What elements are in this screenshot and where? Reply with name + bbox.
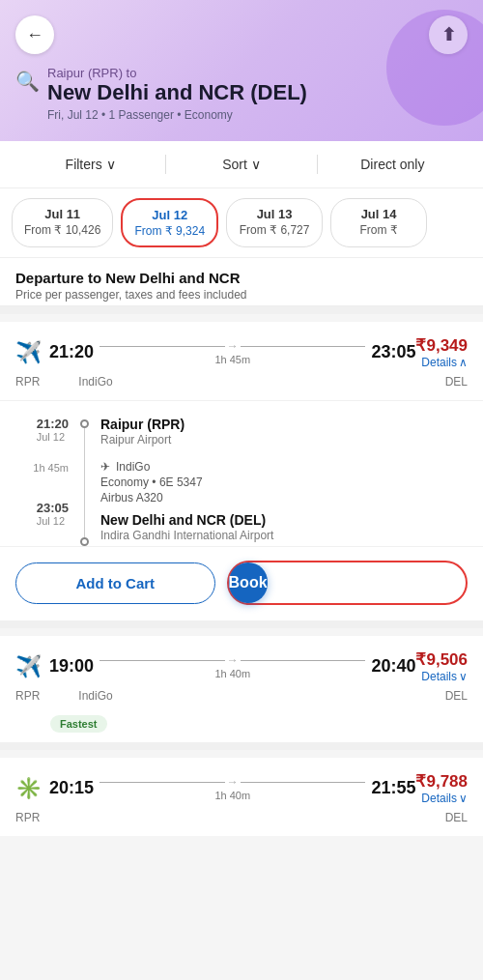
book-btn-wrap: Book: [227, 561, 468, 605]
tl-flight-info: ✈ IndiGo Economy • 6E 5347 Airbus A320: [100, 460, 468, 504]
direct-only-button[interactable]: Direct only: [318, 151, 468, 178]
details-label-3: Details: [421, 792, 457, 805]
flight-icon-2: ✈️: [15, 654, 42, 679]
details-link-3[interactable]: Details ∨: [415, 792, 468, 805]
sort-button[interactable]: Sort ∨: [166, 151, 316, 178]
tl-dep-date-val: Jul 12: [37, 431, 69, 443]
date-price-jul13: From ₹ 6,727: [239, 223, 310, 237]
add-to-cart-button[interactable]: Add to Cart: [15, 562, 215, 604]
arr-code-1: DEL: [445, 375, 468, 389]
airline-row-3: RPR DEL: [0, 809, 483, 836]
filters-button[interactable]: Filters ∨: [15, 151, 165, 178]
destination-title: New Delhi and NCR (DEL): [47, 80, 468, 105]
date-price-jul11: From ₹ 10,426: [24, 223, 100, 237]
arr-code-2: DEL: [445, 689, 468, 703]
filter-bar: Filters ∨ Sort ∨ Direct only: [0, 141, 483, 188]
flight-card-2: ✈️ 19:00 → 1h 40m 20:40 ₹9,506 Details ∨…: [0, 636, 483, 742]
tl-dep-airport: Raipur (RPR): [100, 417, 468, 432]
dep-time-3: 20:15: [49, 778, 94, 798]
duration-dash-left-3: [99, 782, 225, 783]
tl-dot-bottom: [80, 537, 89, 546]
tl-dot-top: [80, 419, 89, 428]
price-amount-2: ₹9,506: [415, 649, 468, 670]
airline-row-1: RPR IndiGo DEL: [0, 373, 483, 400]
tl-arr-date-val: Jul 12: [37, 515, 69, 527]
section-header: Departure to New Delhi and NCR Price per…: [0, 258, 483, 306]
price-col-3: ₹9,788 Details ∨: [415, 771, 468, 805]
flight-times-1: 21:20 → 1h 45m 23:05: [49, 339, 415, 365]
tl-dep-time-val: 21:20: [37, 417, 69, 431]
dep-time-1: 21:20: [49, 342, 94, 362]
filters-arrow: ∨: [106, 157, 116, 172]
date-card-jul13[interactable]: Jul 13 From ₹ 6,727: [226, 198, 323, 247]
header-section: ← ⬆ 🔍 Raipur (RPR) to New Delhi and NCR …: [0, 0, 483, 141]
tl-dep-time: 21:20 Jul 12: [37, 417, 69, 443]
date-card-jul11[interactable]: Jul 11 From ₹ 10,426: [12, 198, 113, 247]
tl-arr-time-wrap: 23:05 Jul 12: [37, 501, 69, 527]
trip-meta: Fri, Jul 12 • 1 Passenger • Economy: [47, 108, 468, 122]
price-col-1: ₹9,349 Details ∧: [415, 335, 468, 369]
flight-times-2: 19:00 → 1h 40m 20:40: [49, 653, 415, 679]
direct-only-label: Direct only: [360, 157, 424, 172]
tl-arr-airport: New Delhi and NCR (DEL): [100, 512, 468, 528]
timeline-times: 21:20 Jul 12 1h 45m 23:05 Jul 12: [15, 417, 69, 546]
separator-3: [0, 742, 483, 750]
dep-time-2: 19:00: [49, 656, 94, 677]
airline-name-2: IndiGo: [78, 689, 440, 703]
flight-row-3: ✳️ 20:15 → 1h 40m 21:55 ₹9,788 Details ∨: [0, 758, 483, 809]
search-row: 🔍 Raipur (RPR) to New Delhi and NCR (DEL…: [15, 66, 468, 122]
flight-row-2: ✈️ 19:00 → 1h 40m 20:40 ₹9,506 Details ∨: [0, 636, 483, 687]
duration-arrow-2: →: [227, 653, 239, 667]
details-link-1[interactable]: Details ∧: [415, 356, 468, 369]
price-amount-1: ₹9,349: [415, 335, 468, 356]
sun-icon-3: ✳️: [15, 776, 42, 801]
duration-text-1: 1h 45m: [214, 354, 250, 365]
flight-icon-1: ✈️: [15, 340, 42, 365]
details-label-2: Details: [421, 670, 457, 683]
details-arrow-3: ∨: [459, 792, 468, 805]
tl-duration-val: 1h 45m: [33, 462, 69, 474]
section-title: Departure to New Delhi and NCR: [15, 270, 468, 286]
duration-text-3: 1h 40m: [214, 790, 250, 801]
flight-row-1: ✈️ 21:20 → 1h 45m 23:05 ₹9,349 Details ∧: [0, 322, 483, 373]
share-button[interactable]: ⬆: [429, 15, 468, 54]
search-text: Raipur (RPR) to New Delhi and NCR (DEL) …: [47, 66, 468, 122]
arr-code-3: DEL: [445, 811, 468, 824]
tl-arr-info: New Delhi and NCR (DEL) Indira Gandhi In…: [100, 512, 468, 542]
detail-timeline: 21:20 Jul 12 1h 45m 23:05 Jul 12 Raipur …: [15, 401, 468, 546]
arr-time-2: 20:40: [371, 656, 415, 677]
date-card-jul14[interactable]: Jul 14 From ₹: [330, 198, 427, 247]
date-price-jul14: From ₹: [343, 223, 414, 237]
tl-fi-economy: Economy • 6E 5347: [100, 476, 468, 489]
back-button[interactable]: ←: [15, 15, 54, 54]
tl-airline-line2: Economy • 6E 5347: [100, 476, 203, 489]
date-card-jul12[interactable]: Jul 12 From ₹ 9,324: [121, 198, 218, 247]
date-label-jul12: Jul 12: [134, 208, 205, 222]
duration-wrap-1: → 1h 45m: [99, 339, 365, 365]
duration-line-1: →: [99, 339, 365, 353]
book-button[interactable]: Book: [229, 562, 268, 603]
tl-fi-airline: ✈ IndiGo: [100, 460, 468, 474]
tl-airline-line1: IndiGo: [116, 460, 150, 474]
date-label-jul14: Jul 14: [343, 207, 414, 221]
flight-card-1: ✈️ 21:20 → 1h 45m 23:05 ₹9,349 Details ∧…: [0, 322, 483, 620]
dep-code-1: RPR: [15, 375, 40, 389]
dep-code-3: RPR: [15, 811, 40, 824]
separator-1: [0, 306, 483, 314]
duration-dash-right-3: [241, 782, 366, 783]
duration-line-3: →: [99, 775, 365, 789]
nav-row: ← ⬆: [15, 15, 468, 54]
tl-airline-line3: Airbus A320: [100, 491, 163, 504]
tl-airline-icon: ✈: [100, 460, 110, 474]
duration-arrow-3: →: [227, 775, 239, 789]
tl-dep-terminal: Raipur Airport: [100, 433, 468, 447]
action-row-1: Add to Cart Book: [0, 546, 483, 620]
timeline-line: [80, 417, 89, 546]
airline-name-1: IndiGo: [78, 375, 440, 389]
details-link-2[interactable]: Details ∨: [415, 670, 468, 683]
tl-arr-time-val: 23:05: [37, 501, 69, 515]
arr-time-3: 21:55: [371, 778, 415, 798]
tl-fi-plane: Airbus A320: [100, 491, 468, 504]
duration-dash-right-2: [241, 660, 366, 661]
date-label-jul11: Jul 11: [24, 207, 100, 221]
